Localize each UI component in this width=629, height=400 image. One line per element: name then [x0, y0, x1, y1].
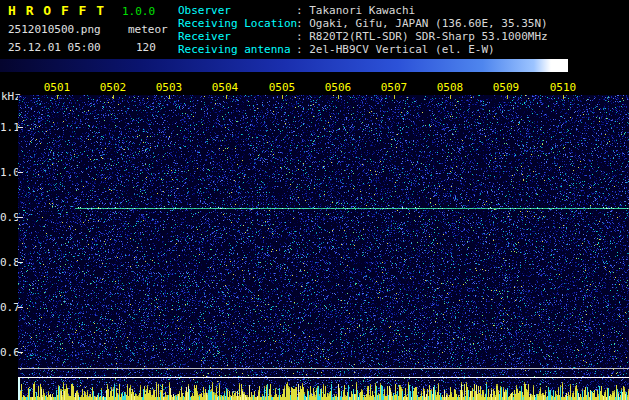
app-version: 1.0.0	[122, 5, 155, 18]
hrofft-output-image: H R O F F T 1.0.0 2512010500.png meteor …	[0, 0, 629, 400]
info-label: Receiving antenna	[178, 43, 296, 56]
time-tick-label: 0508	[437, 81, 464, 94]
info-value: : Takanori Kawachi	[296, 4, 415, 17]
freq-tick-label: 0.9	[0, 211, 16, 224]
freq-tick-label: 1.0	[0, 166, 16, 179]
spectrogram-canvas	[18, 95, 629, 400]
info-row-antenna: Receiving antenna: 2el-HB9CV Vertical (e…	[178, 43, 548, 56]
app-title: H R O F F T	[8, 3, 105, 18]
time-tick-label: 0507	[381, 81, 408, 94]
info-value: : 2el-HB9CV Vertical (el. E-W)	[296, 43, 495, 56]
info-value: : Ogaki, Gifu, JAPAN (136.60E, 35.35N)	[296, 17, 548, 30]
info-label: Observer	[178, 4, 296, 17]
freq-tick-label: 0.7	[0, 301, 16, 314]
info-row-observer: Observer: Takanori Kawachi	[178, 4, 548, 17]
info-label: Receiving Location	[178, 17, 296, 30]
output-filename: 2512010500.png	[8, 23, 101, 36]
time-tick-label: 0503	[156, 81, 183, 94]
time-tick-label: 0502	[100, 81, 127, 94]
time-tick-label: 0506	[325, 81, 352, 94]
info-row-location: Receiving Location: Ogaki, Gifu, JAPAN (…	[178, 17, 548, 30]
station-info: Observer: Takanori Kawachi Receiving Loc…	[178, 4, 548, 56]
time-tick-label: 0510	[550, 81, 577, 94]
sample-count: 120	[136, 41, 156, 54]
observation-datetime: 25.12.01 05:00	[8, 41, 101, 54]
time-tick-label: 0505	[269, 81, 296, 94]
mode-label: meteor	[128, 23, 168, 36]
freq-tick-label: 0.8	[0, 256, 16, 269]
info-label: Receiver	[178, 30, 296, 43]
time-tick-label: 0509	[493, 81, 520, 94]
info-row-receiver: Receiver: R820T2(RTL-SDR) SDR-Sharp 53.1…	[178, 30, 548, 43]
freq-tick-label: 0.6	[0, 346, 16, 359]
time-tick-label: 0501	[44, 81, 71, 94]
intensity-scale-bar	[0, 59, 568, 72]
info-value: : R820T2(RTL-SDR) SDR-Sharp 53.1000MHz	[296, 30, 548, 43]
time-tick-label: 0504	[212, 81, 239, 94]
freq-tick-label: 1.1	[0, 121, 16, 134]
